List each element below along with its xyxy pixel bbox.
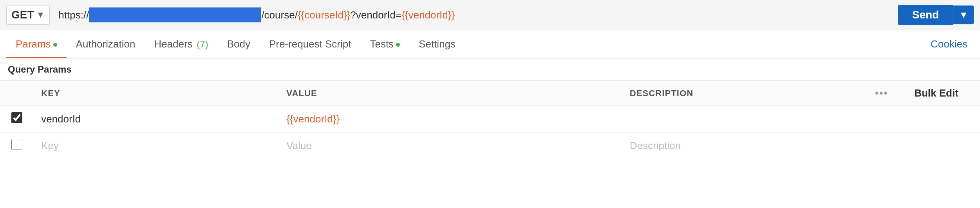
send-dropdown-button[interactable]: ▼ [953,5,974,24]
row-actions-cell [867,106,906,133]
empty-row-key-cell[interactable]: Key [33,133,278,159]
row-key-cell: vendorId [33,106,278,133]
empty-row-checkbox[interactable] [11,139,22,150]
method-label: GET [11,9,34,21]
table-header: KEY VALUE DESCRIPTION ••• Bulk Edit [0,81,980,106]
table-empty-row: Key Value Description [0,133,980,159]
tab-tests[interactable]: Tests [360,30,409,58]
empty-row-checkbox-cell [0,133,33,159]
th-checkbox-spacer [0,81,33,106]
row-value-cell: {{vendorId}} [278,106,622,133]
row-checkbox-cell [0,106,33,133]
tests-dot-icon [396,43,400,47]
th-bulk: Bulk Edit [906,81,980,106]
tab-prerequest[interactable]: Pre-request Script [260,30,361,58]
tab-settings[interactable]: Settings [409,30,465,58]
tabs-left: Params Authorization Headers (7) Body Pr… [6,30,465,58]
method-chevron-icon: ▼ [36,10,45,20]
send-button-wrapper: Send ▼ [898,5,974,25]
tab-prerequest-label: Pre-request Script [269,38,351,50]
th-actions: ••• [867,81,906,106]
th-key: KEY [33,81,278,106]
row-bulk-cell [906,106,980,133]
tab-authorization-label: Authorization [76,38,136,50]
table-header-row: KEY VALUE DESCRIPTION ••• Bulk Edit [0,81,980,106]
tab-settings-label: Settings [419,38,456,50]
empty-description-placeholder: Description [630,140,681,151]
cookies-link[interactable]: Cookies [924,30,974,58]
content-area: Query Params KEY VALUE DESCRIPTION ••• [0,58,980,208]
headers-badge: (7) [194,39,208,49]
empty-row-bulk-cell [906,133,980,159]
tab-headers[interactable]: Headers (7) [145,30,217,58]
empty-key-placeholder: Key [41,140,59,151]
url-bar: GET ▼ https:///course/{{courseId}}?vendo… [0,0,980,30]
tab-params-label: Params [16,38,51,50]
params-table: KEY VALUE DESCRIPTION ••• Bulk Edit [0,81,980,159]
table-actions-icon: ••• [875,87,888,99]
row-value-value: {{vendorId}} [286,113,340,125]
tab-body[interactable]: Body [218,30,260,58]
table-body: vendorId {{vendorId}} [0,106,980,159]
tabs-bar: Params Authorization Headers (7) Body Pr… [0,30,980,58]
tab-tests-label: Tests [370,38,394,50]
query-params-heading: Query Params [0,58,980,81]
empty-row-description-cell[interactable]: Description [622,133,867,159]
empty-row-actions-cell [867,133,906,159]
table-row: vendorId {{vendorId}} [0,106,980,133]
tab-headers-label: Headers [154,38,192,50]
empty-row-value-cell[interactable]: Value [278,133,622,159]
th-value: VALUE [278,81,622,106]
tab-body-label: Body [227,38,250,50]
bulk-edit-button[interactable]: Bulk Edit [914,87,958,99]
method-select[interactable]: GET ▼ [6,5,50,25]
tab-params[interactable]: Params [6,30,67,58]
th-description: DESCRIPTION [622,81,867,106]
send-button[interactable]: Send [898,5,953,25]
empty-value-placeholder: Value [286,140,312,151]
params-dot-icon [53,43,57,47]
row-checkbox[interactable] [11,112,22,123]
row-description-cell [622,106,867,133]
tab-authorization[interactable]: Authorization [67,30,145,58]
row-key-value: vendorId [41,113,81,125]
app-container: GET ▼ https:///course/{{courseId}}?vendo… [0,0,980,208]
